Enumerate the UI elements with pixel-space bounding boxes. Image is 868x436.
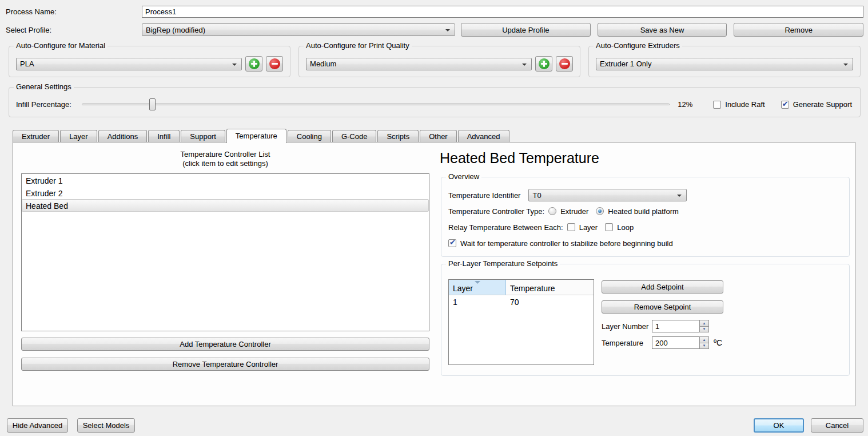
remove-profile-button[interactable]: Remove xyxy=(734,23,863,37)
remove-quality-button[interactable] xyxy=(556,56,573,72)
minus-icon xyxy=(269,58,280,69)
controller-type-label: Temperature Controller Type: xyxy=(448,207,544,216)
spin-up-icon[interactable]: ▲ xyxy=(699,320,709,327)
profile-dropdown-value: BigRep (modified) xyxy=(146,26,205,34)
type-heated-platform-radio[interactable] xyxy=(596,207,604,215)
overview-group: Overview Temperature Identifier T0 Tempe… xyxy=(441,177,850,257)
general-settings-title: General Settings xyxy=(14,82,74,91)
tab-advanced[interactable]: Advanced xyxy=(458,130,509,142)
chevron-down-icon xyxy=(232,64,237,66)
setpoint-temperature-spinner[interactable]: ▲ ▼ xyxy=(652,336,709,349)
temperature-controller-list[interactable]: Extruder 1Extruder 2Heated Bed xyxy=(21,173,429,331)
temperature-unit-label: ºC xyxy=(714,338,722,347)
setpoint-temperature-input[interactable] xyxy=(652,336,699,349)
add-setpoint-button[interactable]: Add Setpoint xyxy=(602,280,723,294)
tab-extruder[interactable]: Extruder xyxy=(13,130,59,142)
relay-layer-checkbox[interactable] xyxy=(567,223,575,231)
setpoints-table-row[interactable]: 170 xyxy=(449,295,594,310)
per-layer-setpoints-title: Per-Layer Temperature Setpoints xyxy=(446,259,560,268)
tab-infill[interactable]: Infill xyxy=(148,130,180,142)
layer-number-label: Layer Number xyxy=(602,322,652,331)
quality-dropdown-value: Medium xyxy=(310,60,336,68)
per-layer-setpoints-group: Per-Layer Temperature Setpoints LayerTem… xyxy=(441,264,850,376)
relay-layer-label: Layer xyxy=(579,223,598,232)
setpoint-temperature-label: Temperature xyxy=(602,339,652,347)
hide-advanced-button[interactable]: Hide Advanced xyxy=(7,418,68,433)
detail-heading: Heated Bed Temperature xyxy=(440,150,855,167)
layer-number-spinner[interactable]: ▲ ▼ xyxy=(652,320,709,332)
infill-slider-track xyxy=(82,104,670,105)
material-dropdown-value: PLA xyxy=(20,60,34,68)
remove-material-button[interactable] xyxy=(266,56,283,72)
remove-temperature-controller-button[interactable]: Remove Temperature Controller xyxy=(21,358,429,371)
relay-temperature-label: Relay Temperature Between Each: xyxy=(448,223,563,232)
tab-layer[interactable]: Layer xyxy=(60,130,97,142)
list-item-extruder-1[interactable]: Extruder 1 xyxy=(22,174,429,187)
profile-dropdown[interactable]: BigRep (modified) xyxy=(142,23,455,36)
include-raft-checkbox[interactable] xyxy=(713,101,721,109)
auto-configure-material-title: Auto-Configure for Material xyxy=(14,41,107,50)
infill-percentage-value: 12% xyxy=(678,100,697,109)
quality-dropdown[interactable]: Medium xyxy=(306,58,532,70)
spin-down-icon[interactable]: ▼ xyxy=(699,327,709,333)
auto-configure-extruders-title: Auto-Configure Extruders xyxy=(594,41,682,50)
chevron-down-icon xyxy=(445,29,450,31)
auto-configure-quality-group: Auto-Configure for Print Quality Medium xyxy=(298,46,580,77)
select-models-button[interactable]: Select Models xyxy=(77,418,135,433)
setpoints-column-layer[interactable]: Layer xyxy=(449,280,506,295)
select-profile-label: Select Profile: xyxy=(6,26,142,34)
layer-number-input[interactable] xyxy=(652,320,699,332)
tab-other[interactable]: Other xyxy=(420,130,457,142)
add-quality-button[interactable] xyxy=(535,56,552,72)
include-raft-option[interactable]: Include Raft xyxy=(713,100,765,109)
controller-list-title: Temperature Controller List (click item … xyxy=(21,150,429,168)
minus-icon xyxy=(559,58,570,69)
wait-stabilize-label: Wait for temperature controller to stabi… xyxy=(460,239,673,248)
add-material-button[interactable] xyxy=(245,56,262,72)
tab-cooling[interactable]: Cooling xyxy=(288,130,331,142)
wait-stabilize-checkbox[interactable] xyxy=(448,239,456,247)
auto-configure-quality-title: Auto-Configure for Print Quality xyxy=(304,41,412,50)
update-profile-button[interactable]: Update Profile xyxy=(461,23,591,37)
process-name-label: Process Name: xyxy=(6,7,142,16)
generate-support-option[interactable]: Generate Support xyxy=(781,100,852,109)
spin-down-icon[interactable]: ▼ xyxy=(699,343,709,350)
relay-loop-checkbox[interactable] xyxy=(605,223,613,231)
relay-loop-label: Loop xyxy=(617,223,634,232)
cancel-button[interactable]: Cancel xyxy=(811,418,863,433)
tab-scripts[interactable]: Scripts xyxy=(377,130,419,142)
extruders-dropdown[interactable]: Extruder 1 Only xyxy=(596,58,853,70)
infill-slider-handle[interactable] xyxy=(149,98,156,110)
tab-support[interactable]: Support xyxy=(181,130,225,142)
tab-g-code[interactable]: G-Code xyxy=(332,130,377,142)
setpoints-table[interactable]: LayerTemperature 170 xyxy=(448,279,594,365)
type-extruder-radio[interactable] xyxy=(548,207,556,215)
infill-slider[interactable] xyxy=(82,98,670,111)
tab-temperature[interactable]: Temperature xyxy=(226,129,286,143)
list-item-heated-bed[interactable]: Heated Bed xyxy=(22,199,429,212)
tab-additions[interactable]: Additions xyxy=(98,130,147,142)
material-dropdown[interactable]: PLA xyxy=(16,58,242,70)
setpoints-column-temperature[interactable]: Temperature xyxy=(506,280,594,295)
process-name-input[interactable] xyxy=(142,6,863,18)
chevron-down-icon xyxy=(843,64,848,66)
temperature-identifier-dropdown[interactable]: T0 xyxy=(528,189,687,201)
ok-button[interactable]: OK xyxy=(754,418,804,433)
add-temperature-controller-button[interactable]: Add Temperature Controller xyxy=(21,338,429,351)
spin-up-icon[interactable]: ▲ xyxy=(699,336,709,343)
list-item-extruder-2[interactable]: Extruder 2 xyxy=(22,187,429,199)
remove-setpoint-button[interactable]: Remove Setpoint xyxy=(602,300,723,314)
plus-icon xyxy=(249,58,260,69)
save-as-new-button[interactable]: Save as New xyxy=(598,23,727,37)
setpoints-table-cell: 1 xyxy=(449,295,506,310)
generate-support-label: Generate Support xyxy=(793,100,852,109)
type-extruder-label: Extruder xyxy=(560,207,588,216)
setpoints-table-header[interactable]: LayerTemperature xyxy=(449,280,594,295)
auto-configure-extruders-group: Auto-Configure Extruders Extruder 1 Only xyxy=(588,46,861,77)
overview-title: Overview xyxy=(446,172,481,181)
setpoints-table-body: 170 xyxy=(449,295,594,310)
extruders-dropdown-value: Extruder 1 Only xyxy=(600,60,651,68)
setpoints-table-cell: 70 xyxy=(506,295,519,310)
include-raft-label: Include Raft xyxy=(725,100,765,109)
generate-support-checkbox[interactable] xyxy=(781,101,789,109)
